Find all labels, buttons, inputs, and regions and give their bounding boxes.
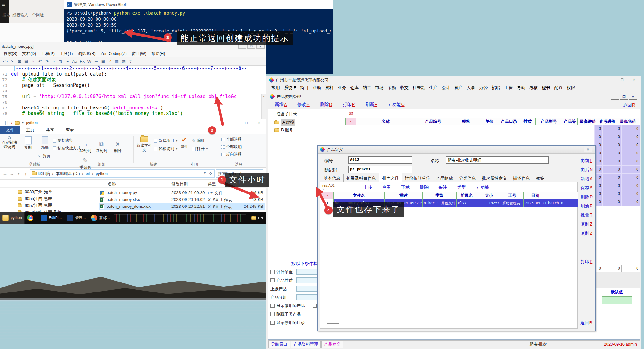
file-toolbar-link[interactable]: 删除	[420, 185, 429, 190]
breadcrumb-item[interactable]: oit	[80, 171, 90, 176]
breadcrumb[interactable]: 此电脑本地磁盘 (D:)oitpython ▼ ⟳	[30, 169, 215, 178]
include-subdir-checkbox[interactable]: 包含子目录	[271, 111, 297, 117]
close-icon[interactable]: ✕	[629, 94, 637, 99]
file-toolbar-link[interactable]: 下载	[401, 185, 410, 190]
file-toolbar-link[interactable]: 上传	[364, 185, 372, 190]
file-row[interactable]: batch_money_item.xlsx 2023-09-20 22:51 X…	[99, 203, 265, 210]
files-column-header[interactable]: 工号	[501, 192, 524, 199]
editor-menu-item[interactable]: 窗口(W)	[130, 51, 149, 57]
tree-folder-item[interactable]: 9057江西-惠民	[18, 203, 52, 208]
file-toolbar-link[interactable]: 功能	[476, 185, 489, 190]
product-row-prices[interactable]: 000	[594, 198, 640, 206]
forward-icon[interactable]: →	[9, 171, 15, 176]
editor-menu-item[interactable]: 文档(D)	[20, 51, 38, 57]
erp-menu-item[interactable]: 市场	[373, 84, 385, 91]
erp-menu-item[interactable]: 生产	[428, 84, 440, 91]
editor-toolbar-icon[interactable]: Aa	[71, 58, 78, 64]
dialog-side-button[interactable]: 向前L	[581, 158, 592, 164]
paste-shortcut-button[interactable]: 粘贴快捷方式	[53, 146, 81, 151]
select-button[interactable]: 全部取消	[221, 144, 242, 150]
ribbon-tab[interactable]: 查看	[60, 127, 80, 134]
editor-menu-item[interactable]: Zen Coding(Z)	[98, 51, 129, 56]
editor-toolbar-icon[interactable]: ⌕	[51, 58, 57, 64]
caret-down-icon[interactable]: ▼	[22, 122, 24, 124]
erp-menu-item[interactable]: 往来款	[411, 84, 427, 91]
erp-menu-item[interactable]: 考核	[528, 84, 540, 91]
filter-input[interactable]	[357, 116, 414, 116]
extra-checkbox-icon[interactable]	[313, 304, 317, 308]
toolbar-link[interactable]: 新增A	[275, 102, 287, 107]
easy-access-button[interactable]: 轻松访问▼	[154, 146, 178, 152]
tree-folder-item[interactable]: 9039广州-光圣	[18, 189, 52, 195]
product-row-prices[interactable]: 000	[594, 182, 640, 190]
product-row-prices[interactable]: 000	[594, 141, 640, 149]
erp-menu-item[interactable]: 收支	[398, 84, 410, 91]
product-column-header[interactable]: 最低售价	[617, 118, 639, 125]
product-manager-titlebar[interactable]: 产品资料管理 — ❐ ✕	[268, 93, 640, 100]
select-button[interactable]: 全部选择	[221, 137, 242, 142]
toolbar-link[interactable]: 功能O	[388, 102, 405, 107]
file-toolbar-link[interactable]: 备注	[438, 185, 447, 190]
product-column-header[interactable]: 规格	[451, 118, 481, 125]
erp-menu-item[interactable]: 仓库	[348, 84, 360, 91]
toolbar-link[interactable]: 刷新F	[365, 102, 377, 107]
paste-button[interactable]: 粘贴	[37, 136, 53, 150]
refresh-icon[interactable]: ⟳	[209, 172, 212, 176]
editor-toolbar-icon[interactable]: <>	[2, 58, 9, 64]
taskbar-pinned-icons-strip[interactable]	[114, 214, 246, 222]
editor-menu-item[interactable]: 帮助(H)	[149, 51, 167, 57]
toolbar-link[interactable]: 打印P	[343, 102, 355, 107]
organize-button[interactable]: 移动到	[77, 141, 93, 154]
editor-toolbar-icon[interactable]: ≡	[64, 58, 71, 64]
breadcrumb-item[interactable]: 本地磁盘 (D:)	[50, 171, 80, 177]
cut-button[interactable]: ✂剪切	[38, 154, 50, 159]
erp-menu-item[interactable]: 权限	[565, 84, 577, 91]
erp-menu-item[interactable]: 销售	[361, 84, 373, 91]
ribbon-tab[interactable]: 文件	[0, 126, 20, 134]
erp-menu-item[interactable]: 人事	[465, 84, 477, 91]
minimize-icon[interactable]: —	[611, 94, 619, 99]
editor-toolbar-icon[interactable]: ⊞	[16, 58, 22, 64]
up-icon[interactable]: ↑	[23, 171, 28, 176]
ribbon-tab[interactable]: 共享	[40, 127, 60, 134]
breadcrumb-item[interactable]: python	[90, 171, 108, 176]
product-row-prices[interactable]: 000	[594, 174, 640, 182]
taskbar-button[interactable]: python	[0, 212, 25, 224]
quick-check-icon[interactable]: ✔	[10, 121, 13, 125]
erp-menu-item[interactable]: 办公	[478, 84, 490, 91]
close-icon[interactable]: ✕	[584, 147, 592, 152]
editor-toolbar-icon[interactable]: ▦	[100, 58, 106, 64]
editor-toolbar-icon[interactable]: ✓	[107, 58, 113, 64]
files-column-header[interactable]	[547, 192, 578, 199]
product-row-prices[interactable]: 000	[594, 157, 640, 166]
copy-button[interactable]: 复制	[20, 136, 37, 150]
explorer-titlebar[interactable]: | ✔ ▼ python – □ ×	[0, 119, 266, 127]
dialog-tab[interactable]: 计价折算单位	[402, 174, 433, 182]
erp-titlebar[interactable]: 广州市全越货运代理有限公司 – □ ×	[266, 76, 641, 84]
properties-button[interactable]: ✔ 属性	[177, 136, 191, 149]
name-field[interactable]: 爬虫-批次收支明细	[446, 156, 549, 164]
dialog-tab[interactable]: 扩展及科目信息	[344, 174, 379, 182]
files-column-header[interactable]: -	[321, 192, 334, 199]
ribbon-tab[interactable]: 主页	[20, 126, 40, 134]
toolbar-link[interactable]: 修改E	[297, 102, 309, 107]
dialog-side-button[interactable]: 复制Z	[581, 222, 592, 227]
organize-button[interactable]: 重命名	[77, 157, 93, 170]
taskbar-button[interactable]: 新标...	[88, 212, 112, 224]
editor-code-area[interactable]: 71def upload_file_to_oit(past_date):72 #…	[0, 71, 266, 119]
column-name[interactable]: 名称	[108, 181, 116, 187]
erp-menu-item[interactable]: 帮助	[311, 84, 323, 91]
editor-toolbar-icon[interactable]: ↷	[44, 58, 50, 64]
erp-menu-item[interactable]: 考勤	[515, 84, 527, 91]
product-column-header[interactable]: 单位	[481, 118, 498, 125]
organize-button[interactable]: 删除	[110, 141, 126, 154]
file-row[interactable]: batch_money.xlsx 2023-09-20 16:02 XLSX 工…	[99, 197, 265, 203]
product-row-prices[interactable]: 000	[594, 166, 640, 174]
dialog-side-button[interactable]: 保存S	[581, 185, 592, 191]
editor-toolbar-icon[interactable]: ×	[30, 58, 36, 64]
erp-menu-item[interactable]: 窗口	[298, 84, 310, 91]
erp-menu-item[interactable]: 工资	[503, 84, 515, 91]
product-row-prices[interactable]: 000	[594, 133, 640, 141]
editor-menu-item[interactable]: 搜索(S)	[2, 51, 19, 57]
powershell-titlebar[interactable]: >_ 管理员: Windows PowerShell	[64, 0, 333, 9]
